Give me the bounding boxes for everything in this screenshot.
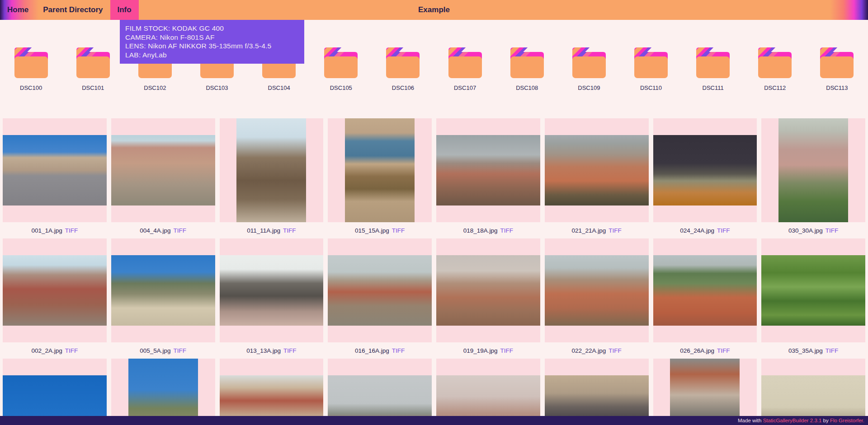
photo-thumbnail-card[interactable] bbox=[653, 118, 757, 222]
photo-thumbnail-card[interactable] bbox=[3, 238, 107, 342]
photo-item: 021_21A.jpgTIFF bbox=[545, 118, 649, 238]
photo-filename: 021_21A.jpg bbox=[571, 227, 606, 234]
tiff-link[interactable]: TIFF bbox=[392, 227, 405, 234]
photo-filename: 024_24A.jpg bbox=[680, 227, 714, 234]
photo-thumbnail[interactable] bbox=[328, 255, 432, 326]
tiff-link[interactable]: TIFF bbox=[609, 347, 622, 354]
folder-label: DSC113 bbox=[826, 84, 848, 91]
folder-dsc105[interactable]: DSC105 bbox=[310, 47, 372, 91]
folder-icon bbox=[755, 47, 794, 79]
folder-label: DSC100 bbox=[20, 84, 42, 91]
tiff-link[interactable]: TIFF bbox=[826, 227, 839, 234]
folder-dsc109[interactable]: DSC109 bbox=[558, 47, 620, 91]
photo-item: 015_15A.jpgTIFF bbox=[328, 118, 432, 238]
photo-thumbnail-card[interactable] bbox=[3, 118, 107, 222]
tiff-link[interactable]: TIFF bbox=[826, 347, 839, 354]
tiff-link[interactable]: TIFF bbox=[717, 227, 730, 234]
photo-thumbnail[interactable] bbox=[3, 135, 107, 205]
photo-thumbnail[interactable] bbox=[3, 255, 107, 326]
photo-thumbnail[interactable] bbox=[128, 359, 198, 425]
photo-thumbnail-card[interactable] bbox=[761, 359, 865, 425]
photo-grid: 001_1A.jpgTIFF004_4A.jpgTIFF011_11A.jpgT… bbox=[0, 118, 868, 425]
photo-thumbnail-card[interactable] bbox=[3, 359, 107, 425]
footer-author-link[interactable]: Flo Greistorfer. bbox=[830, 418, 864, 423]
footer-made-with-text: Made with bbox=[738, 418, 763, 423]
photo-thumbnail-card[interactable] bbox=[328, 238, 432, 342]
folder-dsc110[interactable]: DSC110 bbox=[620, 47, 682, 91]
tiff-link[interactable]: TIFF bbox=[174, 347, 187, 354]
photo-thumbnail[interactable] bbox=[545, 135, 649, 205]
photo-thumbnail-card[interactable] bbox=[436, 118, 540, 222]
folder-label: DSC107 bbox=[454, 84, 476, 91]
photo-thumbnail[interactable] bbox=[653, 135, 757, 205]
photo-thumbnail-card[interactable] bbox=[436, 238, 540, 342]
photo-thumbnail[interactable] bbox=[436, 135, 540, 205]
tiff-link[interactable]: TIFF bbox=[500, 227, 514, 234]
tiff-link[interactable]: TIFF bbox=[609, 227, 622, 234]
photo-thumbnail[interactable] bbox=[345, 118, 415, 222]
nav-item-home[interactable]: Home bbox=[0, 0, 36, 20]
photo-thumbnail-card[interactable] bbox=[111, 118, 215, 222]
photo-filename: 035_35A.jpg bbox=[788, 347, 823, 354]
photo-thumbnail-card[interactable] bbox=[220, 238, 324, 342]
photo-thumbnail-card[interactable] bbox=[545, 118, 649, 222]
photo-thumbnail-card[interactable] bbox=[111, 359, 215, 425]
photo-thumbnail[interactable] bbox=[111, 255, 215, 326]
tiff-link[interactable]: TIFF bbox=[283, 347, 297, 354]
photo-thumbnail-card[interactable] bbox=[328, 118, 432, 222]
photo-filename: 018_18A.jpg bbox=[463, 227, 498, 234]
photo-thumbnail-card[interactable] bbox=[653, 359, 757, 425]
footer-bar: Made with StaticGalleryBuilder 2.3.1 by … bbox=[0, 416, 868, 425]
photo-thumbnail[interactable] bbox=[236, 118, 306, 222]
folder-dsc100[interactable]: DSC100 bbox=[0, 47, 62, 91]
tiff-link[interactable]: TIFF bbox=[392, 347, 405, 354]
photo-filename: 002_2A.jpg bbox=[31, 347, 62, 354]
folder-icon bbox=[321, 47, 360, 79]
photo-thumbnail[interactable] bbox=[545, 255, 649, 326]
photo-item: 018_18A.jpgTIFF bbox=[436, 118, 540, 238]
photo-thumbnail-card[interactable] bbox=[328, 359, 432, 425]
tiff-link[interactable]: TIFF bbox=[65, 227, 78, 234]
photo-filename: 001_1A.jpg bbox=[31, 227, 62, 234]
photo-thumbnail-card[interactable] bbox=[220, 359, 324, 425]
photo-thumbnail-card[interactable] bbox=[545, 359, 649, 425]
photo-thumbnail[interactable] bbox=[761, 255, 865, 326]
photo-item: 030_30A.jpgTIFF bbox=[761, 118, 865, 238]
folder-dsc108[interactable]: DSC108 bbox=[496, 47, 558, 91]
photo-filename: 026_26A.jpg bbox=[680, 347, 714, 354]
photo-thumbnail-card[interactable] bbox=[761, 238, 865, 342]
photo-thumbnail[interactable] bbox=[778, 118, 848, 222]
nav-item-info[interactable]: Info bbox=[110, 0, 139, 20]
photo-thumbnail[interactable] bbox=[111, 135, 215, 205]
tiff-link[interactable]: TIFF bbox=[717, 347, 730, 354]
folder-dsc112[interactable]: DSC112 bbox=[744, 47, 806, 91]
info-tooltip: FILM STOCK: KODAK GC 400 CAMERA: Nikon F… bbox=[120, 20, 304, 64]
photo-item bbox=[3, 359, 107, 425]
folder-dsc113[interactable]: DSC113 bbox=[806, 47, 868, 91]
photo-filename: 013_13A.jpg bbox=[246, 347, 281, 354]
photo-thumbnail-card[interactable] bbox=[436, 359, 540, 425]
tiff-link[interactable]: TIFF bbox=[174, 227, 187, 234]
photo-thumbnail[interactable] bbox=[220, 255, 324, 326]
photo-thumbnail[interactable] bbox=[653, 255, 757, 326]
photo-thumbnail[interactable] bbox=[436, 255, 540, 326]
folder-dsc111[interactable]: DSC111 bbox=[682, 47, 744, 91]
tiff-link[interactable]: TIFF bbox=[65, 347, 78, 354]
folder-label: DSC104 bbox=[268, 84, 290, 91]
photo-thumbnail-card[interactable] bbox=[111, 238, 215, 342]
tiff-link[interactable]: TIFF bbox=[500, 347, 514, 354]
photo-thumbnail-card[interactable] bbox=[545, 238, 649, 342]
tiff-link[interactable]: TIFF bbox=[283, 227, 296, 234]
footer-builder-link[interactable]: StaticGalleryBuilder 2.3.1 bbox=[763, 418, 822, 423]
footer-by-text: by bbox=[821, 418, 830, 423]
folder-dsc106[interactable]: DSC106 bbox=[372, 47, 434, 91]
photo-thumbnail-card[interactable] bbox=[761, 118, 865, 222]
nav-item-parent-directory[interactable]: Parent Directory bbox=[36, 0, 110, 20]
photo-thumbnail-card[interactable] bbox=[220, 118, 324, 222]
folder-label: DSC102 bbox=[144, 84, 166, 91]
photo-caption: 005_5A.jpgTIFF bbox=[111, 342, 215, 359]
folder-dsc107[interactable]: DSC107 bbox=[434, 47, 496, 91]
folder-dsc101[interactable]: DSC101 bbox=[62, 47, 124, 91]
photo-thumbnail[interactable] bbox=[670, 359, 740, 425]
photo-thumbnail-card[interactable] bbox=[653, 238, 757, 342]
